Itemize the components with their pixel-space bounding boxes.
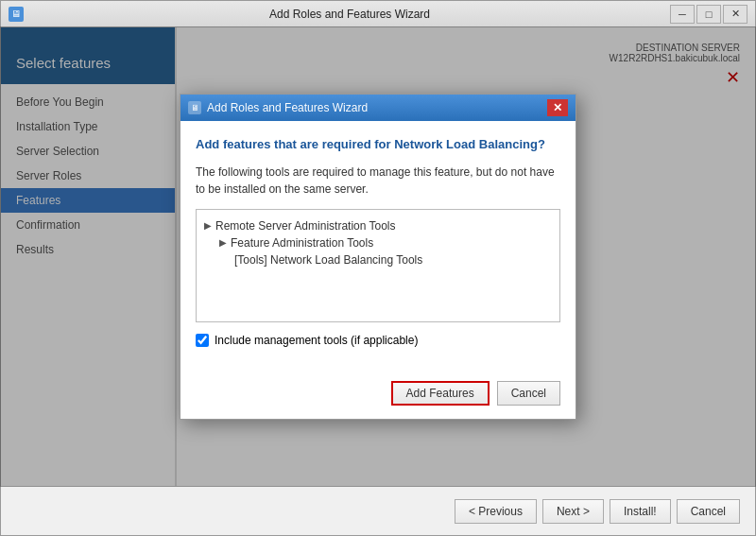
install-button[interactable]: Install!: [610, 499, 671, 524]
feature-list-box: ▶ Remote Server Administration Tools ▶ F…: [196, 209, 560, 322]
minimize-button[interactable]: ─: [670, 5, 695, 24]
modal-close-button[interactable]: ✕: [547, 99, 568, 116]
triangle-icon-1: ▶: [204, 220, 212, 231]
include-management-tools-checkbox[interactable]: [196, 334, 209, 347]
include-management-tools-row: Include management tools (if applicable): [196, 334, 560, 347]
modal-title: Add Roles and Features Wizard: [207, 101, 541, 114]
next-button[interactable]: Next >: [542, 499, 604, 524]
include-management-tools-label: Include management tools (if applicable): [215, 334, 418, 347]
modal-description: The following tools are required to mana…: [196, 164, 560, 198]
modal-footer: Add Features Cancel: [180, 373, 576, 419]
bottom-bar: < Previous Next > Install! Cancel: [1, 486, 755, 535]
modal-question: Add features that are required for Netwo…: [196, 136, 560, 153]
modal-titlebar: 🖥 Add Roles and Features Wizard ✕: [180, 95, 576, 121]
cancel-button[interactable]: Cancel: [677, 499, 740, 524]
app-icon: 🖥: [9, 7, 24, 22]
modal-cancel-button[interactable]: Cancel: [497, 381, 560, 406]
feature-item-fat: ▶ Feature Administration Tools: [204, 234, 552, 251]
feature-item-rsat: ▶ Remote Server Administration Tools: [204, 217, 552, 234]
outer-title: Add Roles and Features Wizard: [29, 8, 670, 21]
window-controls: ─ □ ✕: [670, 5, 747, 24]
outer-window: 🖥 Add Roles and Features Wizard ─ □ ✕ Se…: [0, 0, 756, 536]
modal-dialog: 🖥 Add Roles and Features Wizard ✕ Add fe…: [180, 94, 576, 419]
restore-button[interactable]: □: [696, 5, 721, 24]
triangle-icon-2: ▶: [219, 237, 227, 248]
modal-icon: 🖥: [188, 101, 201, 114]
modal-overlay: 🖥 Add Roles and Features Wizard ✕ Add fe…: [0, 26, 756, 487]
close-button[interactable]: ✕: [723, 5, 747, 24]
previous-button[interactable]: < Previous: [455, 499, 537, 524]
add-features-button[interactable]: Add Features: [391, 381, 490, 406]
feature-item-nlb-tools: [Tools] Network Load Balancing Tools: [204, 251, 552, 268]
outer-titlebar: 🖥 Add Roles and Features Wizard ─ □ ✕: [1, 1, 755, 27]
modal-content: Add features that are required for Netwo…: [180, 121, 576, 372]
